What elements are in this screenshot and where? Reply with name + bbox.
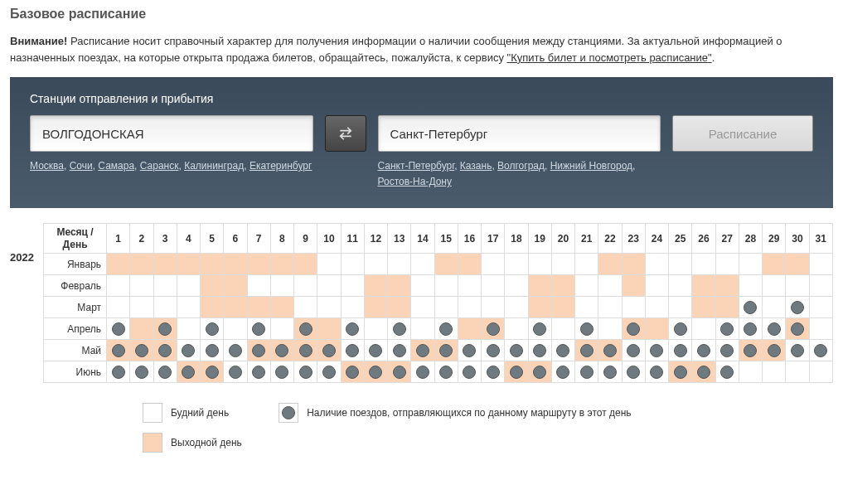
day-cell [739, 361, 762, 383]
day-cell [551, 340, 574, 361]
train-dot-icon [369, 344, 382, 357]
day-cell [177, 340, 200, 361]
quick-link[interactable]: Калининград [184, 160, 244, 172]
train-dot-icon [580, 344, 593, 357]
day-cell [505, 297, 528, 318]
page-title: Базовое расписание [10, 7, 833, 22]
quick-link[interactable]: Москва [30, 160, 64, 172]
day-cell [622, 318, 645, 340]
quick-link[interactable]: Волгоград [497, 160, 545, 172]
day-cell [763, 340, 786, 361]
legend-weekday-box [143, 403, 162, 423]
legend: Будний день Наличие поездов, отправляющи… [143, 403, 833, 453]
day-cell [482, 340, 505, 361]
day-cell [177, 275, 200, 297]
train-dot-icon [533, 322, 546, 336]
schedule-button[interactable]: Расписание [672, 115, 813, 152]
day-cell [388, 340, 411, 361]
train-dot-icon [674, 322, 687, 336]
table-row: Январь [44, 254, 833, 275]
train-dot-icon [674, 344, 687, 357]
train-dot-icon [627, 366, 640, 379]
day-header: 25 [669, 224, 692, 254]
day-cell [270, 361, 293, 383]
quick-link[interactable]: Санкт-Петербург [378, 160, 455, 172]
stations-panel-title: Станции отправления и прибытия [30, 92, 813, 105]
day-cell [153, 275, 177, 297]
train-dot-icon [791, 322, 804, 336]
day-cell [434, 361, 458, 383]
day-cell [528, 340, 551, 361]
train-dot-icon [744, 322, 757, 336]
from-station-input[interactable] [30, 115, 313, 152]
day-cell [224, 318, 247, 340]
train-dot-icon [346, 344, 359, 357]
day-cell [739, 318, 762, 340]
day-header: 7 [247, 224, 270, 254]
day-cell [341, 254, 364, 275]
day-cell [294, 297, 317, 318]
train-dot-icon [252, 344, 265, 357]
train-dot-icon [182, 366, 195, 379]
train-dot-icon [720, 366, 734, 379]
day-cell [201, 318, 224, 340]
day-cell [739, 275, 762, 297]
train-dot-icon [720, 344, 734, 357]
quick-link[interactable]: Самара [98, 160, 134, 172]
train-dot-icon [768, 344, 781, 357]
day-cell [224, 340, 247, 361]
quick-link[interactable]: Казань [460, 160, 492, 172]
day-cell [458, 340, 481, 361]
train-dot-icon [814, 344, 827, 357]
day-cell [224, 297, 247, 318]
day-cell [669, 297, 692, 318]
day-cell [575, 340, 598, 361]
day-header: 18 [505, 224, 528, 254]
swap-stations-button[interactable] [325, 115, 366, 152]
quick-link[interactable]: Ростов-На-Дону [378, 176, 452, 187]
train-dot-icon [275, 366, 288, 379]
day-header: 4 [177, 224, 200, 254]
notice-link[interactable]: "Купить билет и посмотреть расписание" [507, 51, 712, 64]
day-cell [575, 297, 598, 318]
day-cell [482, 361, 505, 383]
day-header: 17 [482, 224, 505, 254]
day-header: 29 [763, 224, 786, 254]
day-header: 9 [294, 224, 317, 254]
day-cell [715, 254, 739, 275]
day-cell [763, 318, 786, 340]
train-dot-icon [416, 344, 429, 357]
quick-link[interactable]: Нижний Новгород [550, 160, 632, 172]
stations-panel: Станции отправления и прибытия Москва, С… [10, 77, 833, 208]
quick-link[interactable]: Сочи [70, 160, 93, 172]
day-cell [505, 318, 528, 340]
legend-weekday-label: Будний день [171, 407, 229, 419]
train-dot-icon [229, 344, 242, 357]
day-cell [341, 361, 364, 383]
to-station-input[interactable] [378, 115, 661, 152]
day-header: 16 [458, 224, 481, 254]
day-cell [622, 297, 645, 318]
quick-link[interactable]: Екатеринбург [250, 160, 312, 172]
day-cell [247, 254, 270, 275]
day-cell [739, 340, 762, 361]
month-label: Апрель [44, 318, 107, 340]
train-dot-icon [158, 322, 172, 336]
day-cell [294, 340, 317, 361]
quick-link[interactable]: Саранск [140, 160, 179, 172]
train-dot-icon [697, 366, 710, 379]
train-dot-icon [252, 322, 265, 336]
day-cell [786, 297, 809, 318]
day-cell [482, 254, 505, 275]
day-cell [247, 340, 270, 361]
day-header: 15 [434, 224, 458, 254]
train-dot-icon [135, 366, 148, 379]
train-dot-icon [487, 344, 500, 357]
day-cell [294, 275, 317, 297]
train-dot-icon [791, 301, 804, 314]
day-header: 1 [107, 224, 130, 254]
day-header: 31 [809, 224, 832, 254]
day-cell [341, 340, 364, 361]
day-cell [645, 340, 668, 361]
day-cell [786, 318, 809, 340]
